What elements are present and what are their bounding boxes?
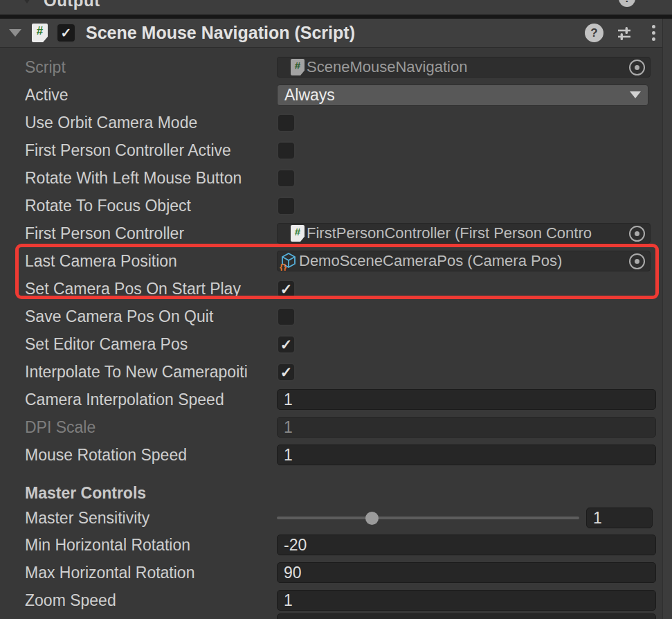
foldout-arrow-icon[interactable] xyxy=(9,29,21,37)
property-row-zoom-speed: Zoom Speed 1 xyxy=(0,586,672,614)
help-icon[interactable]: ? xyxy=(619,0,635,7)
last-camera-position-object-field[interactable]: {} DemoSceneCameraPos (Camera Pos) xyxy=(277,251,651,271)
property-row-first-person-controller-active: First Person Controller Active xyxy=(0,136,672,164)
object-picker-icon[interactable] xyxy=(629,226,645,242)
master-sensitivity-slider[interactable] xyxy=(277,512,579,524)
property-label: Use Orbit Camera Mode xyxy=(25,114,277,132)
scrollbar-gutter[interactable] xyxy=(662,19,672,619)
property-label: Camera Interpolation Speed xyxy=(25,391,277,409)
property-label: Set Camera Pos On Start Play xyxy=(25,280,277,298)
property-row-use-orbit-camera-mode: Use Orbit Camera Mode xyxy=(0,109,672,136)
help-icon[interactable]: ? xyxy=(585,24,603,42)
property-label: Mouse Rotation Speed xyxy=(25,446,277,465)
interpolate-to-new-camerapoiti-checkbox[interactable]: ✓ xyxy=(277,363,296,382)
min-horizontal-rotation-input[interactable]: -20 xyxy=(277,535,656,555)
dpi-scale-input: 1 xyxy=(277,417,656,438)
property-row-master-sensitivity: Master Sensitivity 1 xyxy=(0,505,672,531)
property-row-last-camera-position: Last Camera Position {} DemoSceneCameraP… xyxy=(0,247,672,275)
component-title: Scene Mouse Navigation (Script) xyxy=(86,23,355,43)
property-label: First Person Controller xyxy=(25,224,277,243)
foldout-arrow-icon[interactable] xyxy=(21,0,33,3)
property-row-first-person-controller: First Person Controller # FirstPersonCon… xyxy=(0,219,672,247)
property-row-active: Active Always xyxy=(0,81,672,109)
rotate-to-focus-object-checkbox[interactable] xyxy=(277,197,296,215)
property-label: Set Editor Camera Pos xyxy=(25,335,277,354)
first-person-controller-active-checkbox[interactable] xyxy=(277,141,296,160)
master-controls-heading-row: Master Controls xyxy=(0,481,672,505)
property-label: Master Sensitivity xyxy=(25,509,277,528)
output-title: Output xyxy=(44,0,100,10)
use-orbit-camera-mode-checkbox[interactable] xyxy=(277,114,296,132)
property-row-camera-interpolation-speed: Camera Interpolation Speed 1 xyxy=(0,386,672,413)
property-row-max-horizontal-rotation: Max Horizontal Rotation 90 xyxy=(0,559,672,586)
camera-interpolation-speed-input[interactable]: 1 xyxy=(277,389,656,410)
slider-handle[interactable] xyxy=(365,512,379,525)
property-label: DPI Scale xyxy=(25,418,277,437)
property-label: Max Horizontal Rotation xyxy=(25,564,277,582)
property-row-set-editor-camera-pos: Set Editor Camera Pos ✓ xyxy=(0,330,672,358)
max-horizontal-rotation-input[interactable]: 90 xyxy=(277,562,656,583)
presets-icon[interactable] xyxy=(615,24,633,42)
property-label: Interpolate To New Camerapoiti xyxy=(25,363,277,382)
check-icon: ✓ xyxy=(61,26,72,39)
property-row-save-camera-pos-on-quit: Save Camera Pos On Quit xyxy=(0,303,672,330)
mouse-rotation-speed-input[interactable]: 1 xyxy=(277,445,656,465)
csharp-script-icon: # xyxy=(291,59,305,75)
property-row-dpi-scale: DPI Scale 1 xyxy=(0,413,672,441)
object-picker-icon[interactable] xyxy=(629,60,645,75)
property-row-rotate-to-focus-object: Rotate To Focus Object xyxy=(0,192,672,219)
csharp-script-icon: # xyxy=(291,225,305,242)
property-row-interpolate-to-new-camerapoiti: Interpolate To New Camerapoiti ✓ xyxy=(0,358,672,386)
property-row-set-camera-pos-on-start-play: Set Camera Pos On Start Play ✓ xyxy=(0,275,672,303)
set-editor-camera-pos-checkbox[interactable]: ✓ xyxy=(277,335,296,354)
master-sensitivity-input[interactable]: 1 xyxy=(586,508,653,528)
property-label: Min Horizontal Rotation xyxy=(25,536,277,555)
scriptable-object-icon: {} xyxy=(280,252,297,270)
property-label: Script xyxy=(25,58,277,77)
property-label: Rotate With Left Mouse Button xyxy=(25,169,277,188)
csharp-script-icon: # xyxy=(32,24,48,42)
active-dropdown[interactable]: Always xyxy=(277,84,648,106)
object-picker-icon[interactable] xyxy=(629,253,645,269)
component-header: # ✓ Scene Mouse Navigation (Script) ? xyxy=(0,19,672,48)
slider-track[interactable] xyxy=(277,517,579,519)
object-field-value: SceneMouseNavigation xyxy=(307,58,625,76)
component-body: Script # SceneMouseNavigation Active Alw… xyxy=(0,48,672,614)
property-label: Last Camera Position xyxy=(25,252,277,271)
section-heading: Master Controls xyxy=(25,484,146,503)
check-icon: ✓ xyxy=(280,365,293,379)
zoom-speed-input[interactable]: 1 xyxy=(277,590,656,611)
unity-inspector-panel: Output ? # ✓ Scene Mouse Navigation (Scr… xyxy=(0,0,672,619)
set-camera-pos-on-start-play-checkbox[interactable]: ✓ xyxy=(277,280,296,298)
property-row-script: Script # SceneMouseNavigation xyxy=(0,53,672,81)
dropdown-value: Always xyxy=(284,86,630,105)
property-label: Save Camera Pos On Quit xyxy=(25,307,277,326)
rotate-with-left-mouse-button-checkbox[interactable] xyxy=(277,169,296,188)
property-label: First Person Controller Active xyxy=(25,141,277,160)
first-person-controller-object-field[interactable]: # FirstPersonController (First Person Co… xyxy=(277,223,651,244)
property-label: Rotate To Focus Object xyxy=(25,197,277,215)
property-label: Zoom Speed xyxy=(25,591,277,610)
check-icon: ✓ xyxy=(280,337,293,352)
script-object-field[interactable]: # SceneMouseNavigation xyxy=(277,57,651,78)
property-label: Active xyxy=(25,86,277,105)
property-row-mouse-rotation-speed: Mouse Rotation Speed 1 xyxy=(0,441,672,469)
output-component-header[interactable]: Output ? xyxy=(0,0,672,15)
save-camera-pos-on-quit-checkbox[interactable] xyxy=(277,307,296,326)
object-field-value: DemoSceneCameraPos (Camera Pos) xyxy=(299,252,625,270)
component-enabled-checkbox[interactable]: ✓ xyxy=(56,23,76,43)
property-row-rotate-with-left-mouse-button: Rotate With Left Mouse Button xyxy=(0,164,672,192)
object-field-value: FirstPersonController (First Person Cont… xyxy=(307,224,625,242)
chevron-down-icon xyxy=(630,91,641,98)
next-property-field-clipped[interactable] xyxy=(277,613,656,619)
kebab-menu-icon[interactable] xyxy=(644,24,662,42)
property-row-min-horizontal-rotation: Min Horizontal Rotation -20 xyxy=(0,531,672,559)
check-icon: ✓ xyxy=(280,282,293,296)
